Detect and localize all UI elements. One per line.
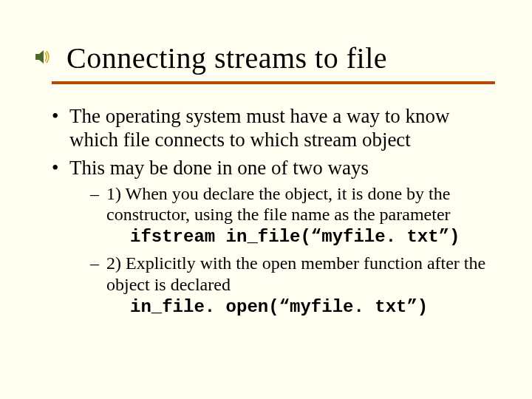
slide-title: Connecting streams to file	[66, 41, 495, 75]
sound-icon	[35, 50, 52, 64]
sub-bullet-item: 2) Explicitly with the open member funct…	[90, 253, 495, 318]
bullet-text: This may be done in one of two ways	[69, 157, 369, 179]
sub-bullet-text: 1) When you declare the object, it is do…	[106, 184, 451, 225]
svg-marker-0	[35, 50, 44, 64]
bullet-item: The operating system must have a way to …	[50, 105, 495, 152]
bullet-item: This may be done in one of two ways 1) W…	[50, 157, 495, 318]
code-snippet: ifstream in_file(“myfile. txt”)	[130, 227, 495, 248]
sub-bullet-list: 1) When you declare the object, it is do…	[90, 183, 495, 318]
sub-bullet-text: 2) Explicitly with the open member funct…	[106, 253, 485, 294]
title-divider	[52, 81, 495, 84]
bullet-list: The operating system must have a way to …	[50, 105, 495, 318]
bullet-text: The operating system must have a way to …	[69, 105, 449, 151]
code-snippet: in_file. open(“myfile. txt”)	[130, 297, 495, 318]
slide: Connecting streams to file The operating…	[0, 0, 532, 399]
sub-bullet-item: 1) When you declare the object, it is do…	[90, 183, 495, 248]
